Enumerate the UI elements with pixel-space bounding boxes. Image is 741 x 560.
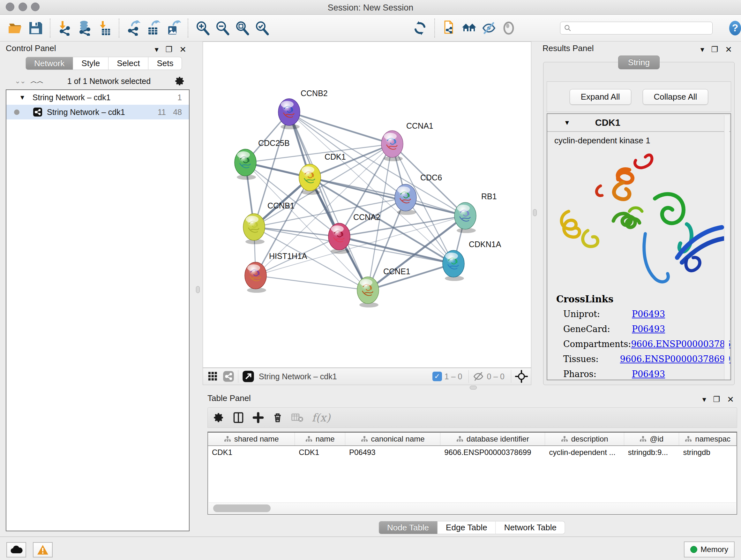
show-columns-icon[interactable] bbox=[232, 412, 244, 423]
import-network-file-icon[interactable] bbox=[57, 20, 72, 37]
save-session-icon[interactable] bbox=[28, 20, 43, 37]
panel-close-icon[interactable]: ✕ bbox=[725, 45, 732, 55]
table-cell[interactable]: CDK1 bbox=[295, 446, 345, 460]
panel-menu-icon[interactable]: ▾ bbox=[702, 395, 706, 404]
table-cell[interactable]: cyclin-dependent ... bbox=[545, 446, 624, 460]
search-input[interactable] bbox=[572, 23, 709, 33]
zoom-fit-icon[interactable] bbox=[234, 20, 250, 37]
table-cell[interactable]: P06493 bbox=[345, 446, 441, 460]
tab-node-table[interactable]: Node Table bbox=[379, 521, 437, 534]
expand-all-button[interactable]: Expand All bbox=[569, 89, 631, 105]
refresh-icon[interactable] bbox=[412, 20, 428, 37]
node-HIST1H1A[interactable]: HIST1H1A bbox=[245, 252, 307, 293]
table-cell[interactable]: stringdb bbox=[679, 446, 737, 460]
panel-float-icon[interactable]: ❐ bbox=[711, 45, 718, 54]
column-header-@id[interactable]: @id bbox=[624, 433, 679, 445]
tab-edge-table[interactable]: Edge Table bbox=[437, 521, 496, 534]
edge-CCNB2-RB1[interactable] bbox=[289, 112, 465, 216]
edge-CCNB2-CCNA1[interactable] bbox=[289, 112, 392, 144]
tab-network[interactable]: Network bbox=[25, 57, 73, 70]
export-table-icon[interactable] bbox=[146, 20, 161, 37]
edge-CDK1-RB1[interactable] bbox=[310, 178, 465, 216]
open-session-icon[interactable] bbox=[8, 20, 23, 37]
birdseye-grid-icon[interactable] bbox=[207, 371, 218, 382]
table-cell[interactable]: CDK1 bbox=[208, 446, 295, 460]
results-scrollbar[interactable] bbox=[724, 115, 729, 380]
panel-menu-icon[interactable]: ▾ bbox=[700, 45, 704, 54]
panel-float-icon[interactable]: ❐ bbox=[713, 395, 720, 404]
zoom-selected-icon[interactable] bbox=[254, 20, 270, 37]
protein-header-row[interactable]: ▼ CDK1 bbox=[547, 114, 731, 132]
tab-sets[interactable]: Sets bbox=[148, 57, 182, 70]
table-row[interactable]: CDK1CDK1P064939606.ENSP00000378699cyclin… bbox=[208, 446, 737, 460]
node-CCNB2[interactable]: CCNB2 bbox=[278, 89, 328, 129]
table-cell[interactable]: 9606.ENSP00000378699 bbox=[441, 446, 545, 460]
crosslink-link[interactable]: P06493 bbox=[632, 324, 665, 334]
show-all-icon[interactable] bbox=[501, 20, 516, 37]
tab-style[interactable]: Style bbox=[73, 57, 109, 70]
open-in-window-icon[interactable] bbox=[242, 370, 254, 382]
table-gear-icon[interactable] bbox=[213, 412, 224, 423]
edge-CDKN1A-CCNE1[interactable] bbox=[368, 264, 454, 290]
scrollbar-thumb[interactable] bbox=[213, 504, 271, 512]
crosslink-link[interactable]: 9606.ENSP00000378699 bbox=[631, 339, 731, 349]
expand-all-icon[interactable]: ︿︿ bbox=[30, 76, 43, 86]
add-column-icon[interactable] bbox=[253, 412, 264, 423]
column-header-namespac[interactable]: namespac bbox=[679, 433, 737, 445]
export-image-icon[interactable] bbox=[165, 20, 181, 37]
network-row[interactable]: String Network – cdk1 11 48 bbox=[6, 105, 189, 119]
left-splitter-handle[interactable] bbox=[196, 286, 200, 293]
home-neighbors-icon[interactable] bbox=[461, 20, 477, 37]
cloud-status-button[interactable] bbox=[6, 542, 26, 557]
node-table[interactable]: shared namenamecanonical namedatabase id… bbox=[207, 432, 737, 515]
network-canvas[interactable]: CCNB2CCNA1CDC25BCDK1CDC6RB1CCNB1CCNA2CDK… bbox=[203, 42, 531, 368]
network-collection-row[interactable]: ▼ String Network – cdk1 1 bbox=[6, 90, 189, 105]
collection-expand-icon[interactable]: ▼ bbox=[19, 94, 25, 101]
collapse-triangle-icon[interactable]: ▼ bbox=[564, 119, 570, 126]
zoom-in-icon[interactable] bbox=[195, 20, 210, 37]
fit-selected-crosshair-icon[interactable] bbox=[515, 370, 528, 383]
node-CCNE1[interactable]: CCNE1 bbox=[357, 267, 410, 307]
edge-HIST1H1A-CCNE1[interactable] bbox=[256, 275, 368, 290]
import-table-icon[interactable] bbox=[97, 20, 112, 37]
column-header-name[interactable]: name bbox=[295, 433, 345, 445]
panel-close-icon[interactable]: ✕ bbox=[179, 45, 186, 55]
panel-menu-icon[interactable]: ▾ bbox=[155, 45, 158, 54]
search-field[interactable] bbox=[560, 22, 713, 35]
column-header-database-identifier[interactable]: database identifier bbox=[441, 433, 545, 445]
collapse-all-button[interactable]: Collapse All bbox=[643, 89, 709, 105]
zoom-out-icon[interactable] bbox=[215, 20, 230, 37]
function-builder-icon[interactable]: f(x) bbox=[312, 411, 330, 424]
tab-network-table[interactable]: Network Table bbox=[496, 521, 565, 534]
import-network-database-icon[interactable] bbox=[77, 20, 92, 37]
help-button[interactable]: ? bbox=[729, 21, 741, 36]
delete-column-icon[interactable] bbox=[272, 412, 283, 423]
column-header-shared-name[interactable]: shared name bbox=[208, 433, 295, 445]
warnings-button[interactable] bbox=[33, 542, 53, 557]
node-CCNA1[interactable]: CCNA1 bbox=[381, 121, 433, 161]
column-header-description[interactable]: description bbox=[545, 433, 624, 445]
string-document-icon[interactable] bbox=[442, 20, 457, 37]
crosslink-link[interactable]: P06493 bbox=[632, 369, 665, 379]
memory-button[interactable]: Memory bbox=[684, 542, 735, 557]
panel-close-icon[interactable]: ✕ bbox=[727, 395, 734, 405]
horizontal-splitter-handle[interactable] bbox=[470, 386, 477, 389]
crosslink-link[interactable]: P06493 bbox=[632, 309, 665, 319]
node-RB1[interactable]: RB1 bbox=[455, 192, 497, 233]
options-gear-icon[interactable] bbox=[175, 76, 185, 86]
table-horizontal-scrollbar[interactable] bbox=[209, 503, 736, 513]
node-CDC25B[interactable]: CDC25B bbox=[234, 138, 290, 180]
table-cell[interactable]: stringdb:9... bbox=[624, 446, 679, 460]
tab-select[interactable]: Select bbox=[109, 57, 148, 70]
tab-string[interactable]: String bbox=[618, 56, 660, 69]
panel-float-icon[interactable]: ❐ bbox=[165, 45, 173, 54]
selected-checkbox-icon[interactable]: ✓ bbox=[432, 372, 442, 381]
collapse-all-icon[interactable]: ⌄⌄ bbox=[15, 77, 25, 85]
string-network-graph[interactable]: CCNB2CCNA1CDC25BCDK1CDC6RB1CCNB1CCNA2CDK… bbox=[203, 42, 532, 368]
edge-CCNB2-CCNE1[interactable] bbox=[289, 112, 368, 290]
node-CDKN1A[interactable]: CDKN1A bbox=[443, 240, 501, 281]
network-share-icon[interactable] bbox=[223, 371, 234, 382]
column-header-canonical-name[interactable]: canonical name bbox=[345, 433, 441, 445]
crosslink-link[interactable]: 9606.ENSP00000378699 bbox=[620, 354, 731, 364]
export-network-icon[interactable] bbox=[126, 20, 141, 37]
